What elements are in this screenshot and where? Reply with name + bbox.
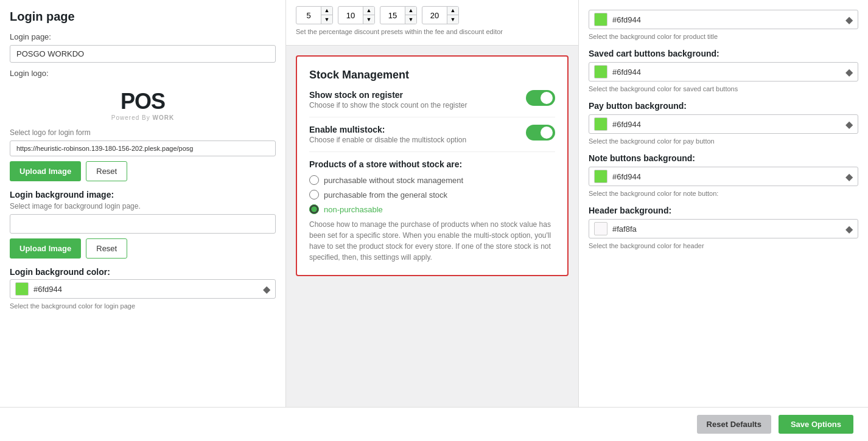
spinner-20-up[interactable]: ▲ <box>447 7 458 15</box>
login-page-input[interactable] <box>10 45 276 63</box>
spinner-10: ▲ ▼ <box>338 6 375 24</box>
spinner-20-down[interactable]: ▼ <box>447 15 458 24</box>
show-stock-hint: Choose if to show the stock count on the… <box>309 101 516 109</box>
product-title-bg-hint: Select the background color for product … <box>589 33 858 40</box>
spinner-5-down[interactable]: ▼ <box>321 15 332 24</box>
note-button-color-swatch[interactable] <box>594 170 607 183</box>
spinner-20-input[interactable] <box>422 9 447 23</box>
pay-button-color-hex: #6fd944 <box>612 120 841 129</box>
logo-preview: POS Powered By WORK <box>10 82 276 128</box>
upload-image-button-2[interactable]: Upload Image <box>10 238 81 259</box>
logo-url-input[interactable] <box>10 141 276 156</box>
product-title-color-swatch[interactable] <box>594 13 607 26</box>
header-bg-section: Header background: #faf8fa ◆︎ Select the… <box>589 206 858 249</box>
product-title-bg-section: #6fd944 ◆︎ Select the background color f… <box>589 10 858 40</box>
login-logo-sublabel: Select logo for login form <box>10 128 276 137</box>
show-stock-row: Show stock on register Choose if to show… <box>309 90 555 109</box>
saved-cart-label: Saved cart buttons background: <box>589 49 858 58</box>
product-title-picker-icon[interactable]: ◆︎ <box>845 14 853 26</box>
radio-label-1: purchasable without stock management <box>324 176 463 185</box>
saved-cart-picker-icon[interactable]: ◆︎ <box>845 66 853 78</box>
spinner-20: ▲ ▼ <box>422 6 459 24</box>
saved-cart-hint: Select the background color for saved ca… <box>589 85 858 92</box>
login-bg-color-label: Login background color: <box>10 267 276 277</box>
note-button-hint: Select the background color for note but… <box>589 190 858 197</box>
note-button-color-row: #6fd944 ◆︎ <box>589 167 858 186</box>
login-bg-color-hint: Select the background color for login pa… <box>10 302 276 310</box>
pay-button-color-swatch[interactable] <box>594 117 607 131</box>
reset-button-2[interactable]: Reset <box>86 238 127 259</box>
radio-option-3: non-purchasable <box>309 204 555 214</box>
upload-reset-row-1: Upload Image Reset <box>10 161 276 181</box>
discount-presets-row: ▲ ▼ ▲ ▼ ▲ ▼ <box>296 6 569 24</box>
spinner-5: ▲ ▼ <box>296 6 333 24</box>
stock-description: Choose how to manage the purchase of pro… <box>309 219 555 263</box>
color-picker-icon[interactable]: ◆︎ <box>263 283 270 295</box>
header-bg-picker-icon[interactable]: ◆︎ <box>845 223 853 235</box>
header-bg-hint: Select the background color for header <box>589 242 858 249</box>
middle-panel: ▲ ▼ ▲ ▼ ▲ ▼ <box>286 0 578 441</box>
discount-hint: Set the percentage discount presets with… <box>296 28 569 35</box>
page-title: Login page <box>10 10 276 24</box>
pay-button-label: Pay button background: <box>589 101 858 111</box>
login-logo-label: Login logo: <box>10 69 276 78</box>
upload-image-button-1[interactable]: Upload Image <box>10 161 81 181</box>
bottom-bar: Reset Defaults Save Options <box>0 407 868 441</box>
upload-reset-row-2: Upload Image Reset <box>10 238 276 259</box>
spinner-15-up[interactable]: ▲ <box>405 7 416 15</box>
spinner-10-down[interactable]: ▼ <box>363 15 374 24</box>
stock-title: Stock Management <box>309 69 555 82</box>
spinner-5-up[interactable]: ▲ <box>321 7 332 15</box>
enable-multistock-row: Enable multistock: Choose if enable or d… <box>309 125 555 144</box>
product-title-color-row: #6fd944 ◆︎ <box>589 10 858 29</box>
product-title-color-hex: #6fd944 <box>612 15 841 24</box>
reset-button-1[interactable]: Reset <box>86 161 127 181</box>
reset-defaults-button[interactable]: Reset Defaults <box>697 415 771 434</box>
spinner-10-input[interactable] <box>338 9 363 23</box>
enable-multistock-label: Enable multistock: <box>309 125 516 134</box>
saved-cart-color-swatch[interactable] <box>594 65 607 78</box>
spinner-10-up[interactable]: ▲ <box>363 7 374 15</box>
save-options-button[interactable]: Save Options <box>779 415 853 434</box>
login-bg-image-label: Login background image: <box>10 190 276 200</box>
radio-purchasable-general[interactable] <box>309 190 319 200</box>
discount-bar: ▲ ▼ ▲ ▼ ▲ ▼ <box>286 0 578 46</box>
spinner-15-input[interactable] <box>380 9 405 23</box>
login-page-label: Login page: <box>10 32 276 41</box>
pay-button-color-row: #6fd944 ◆︎ <box>589 114 858 134</box>
login-bg-image-sublabel: Select image for background login page. <box>10 202 276 210</box>
show-stock-label: Show stock on register <box>309 90 516 100</box>
left-panel: Login page Login page: Login logo: POS P… <box>0 0 286 441</box>
note-button-label: Note buttons background: <box>589 153 858 163</box>
right-panel: #6fd944 ◆︎ Select the background color f… <box>578 0 868 441</box>
spinner-15: ▲ ▼ <box>380 6 417 24</box>
header-bg-color-row: #faf8fa ◆︎ <box>589 219 858 238</box>
radio-label-2: purchasable from the general stock <box>324 190 447 200</box>
header-bg-color-hex: #faf8fa <box>612 224 841 234</box>
radio-label-3: non-purchasable <box>324 205 383 214</box>
saved-cart-section: Saved cart buttons background: #6fd944 ◆… <box>589 49 858 92</box>
note-button-picker-icon[interactable]: ◆︎ <box>845 171 853 182</box>
login-bg-color-row: #6fd944 ◆︎ <box>10 279 276 299</box>
enable-multistock-hint: Choose if enable or disable the multisto… <box>309 136 516 144</box>
pos-logo-text: POS <box>121 89 165 114</box>
saved-cart-color-hex: #6fd944 <box>612 68 841 77</box>
login-bg-color-hex: #6fd944 <box>33 285 258 294</box>
spinner-15-down[interactable]: ▼ <box>405 15 416 24</box>
note-button-color-hex: #6fd944 <box>612 172 841 181</box>
stock-management-box: Stock Management Show stock on register … <box>296 55 569 276</box>
pay-button-picker-icon[interactable]: ◆︎ <box>845 119 853 130</box>
radio-option-1: purchasable without stock management <box>309 175 555 185</box>
radio-purchasable-no-mgmt[interactable] <box>309 175 319 185</box>
header-bg-color-swatch[interactable] <box>594 222 607 235</box>
header-bg-label: Header background: <box>589 206 858 215</box>
login-bg-color-swatch[interactable] <box>15 282 29 296</box>
saved-cart-color-row: #6fd944 ◆︎ <box>589 62 858 82</box>
show-stock-toggle[interactable] <box>526 90 555 106</box>
pos-logo-sub: Powered By WORK <box>111 114 174 121</box>
radio-non-purchasable[interactable] <box>309 204 319 214</box>
bg-image-input[interactable] <box>10 214 276 234</box>
note-button-section: Note buttons background: #6fd944 ◆︎ Sele… <box>589 153 858 197</box>
spinner-5-input[interactable] <box>296 9 321 23</box>
enable-multistock-toggle[interactable] <box>526 125 555 141</box>
